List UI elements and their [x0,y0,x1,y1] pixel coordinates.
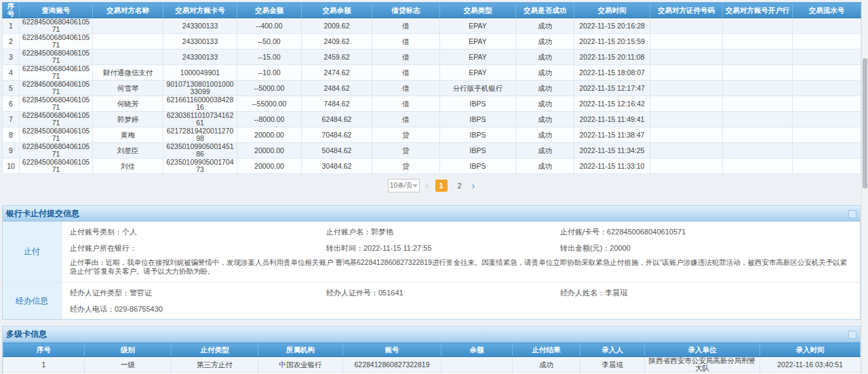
column-header: 录入时间 [760,343,861,357]
collapse-icon[interactable] [848,331,856,339]
cell-time: 2022-11-15 11:33:10 [574,159,650,174]
scrollbar-thumb[interactable] [863,58,867,188]
column-header: 录入单位 [645,343,760,357]
cell-type: IBPS [440,96,516,112]
cell-time: 2022-11-15 11:49:41 [574,112,650,127]
cell-id-number [650,143,723,159]
cell-time: 2022-11-15 12:16:42 [574,96,650,112]
table-row[interactable]: 1 6228450068040610571 243300133 --400.00… [3,18,861,34]
page-button-1[interactable]: 1 [435,180,448,192]
cell-counterparty-card: 243300133 [163,18,237,34]
cell-index: 6 [3,96,20,112]
cell-type: 分行版手机银行 [440,81,516,96]
cell-id-number [650,159,723,174]
cell-query-account: 6228450068040610571 [20,81,93,96]
column-header: 交易对方账号开户行 [723,3,793,18]
cell-institution: 中国农业银行 [258,357,343,373]
table-row[interactable]: 5 6228450068040610571 何雪琴 90107130801001… [3,81,861,96]
table-row[interactable]: 8 6228450068040610571 黄梅 621728194200112… [3,127,861,143]
cell-debit-flag: 借 [372,112,440,127]
cell-counterparty-name [93,18,163,34]
cell-counterparty-card: 243300133 [163,34,237,49]
section-label-handler: 经办信息 [3,283,62,319]
cell-type: EPAY [440,49,516,65]
cell-opening-bank [723,143,793,159]
field-card-number: 止付账/卡号：6228450068040610571 [560,224,854,240]
cell-success: 成功 [516,18,574,34]
cell-counterparty-card: 6230361101073416261 [163,112,237,127]
cell-counterparty-name: 郭梦婷 [93,112,163,127]
cell-index: 10 [3,159,20,174]
table-row[interactable]: 4 6228450068040610571 财付通微信支付 1000049901… [3,65,861,81]
table-row[interactable]: 6 6228450068040610571 何晓芳 62166116000038… [3,96,861,112]
cell-query-account: 6228450068040610571 [20,143,93,159]
cell-query-account: 6228450068040610571 [20,112,93,127]
page-size-select[interactable]: 10条/页 [388,179,420,192]
next-page-button[interactable]: › [472,180,475,192]
cell-time: 2022-11-15 12:17:47 [574,81,650,96]
cell-type: EPAY [440,34,516,49]
column-header: 止付结果 [513,343,580,357]
transactions-header-row: 序号查询账号交易对方名称交易对方账卡号交易金额交易余额借贷标志交易类型交易是否成… [3,3,861,18]
section-label-stop: 止付 [3,222,62,282]
vertical-scrollbar[interactable] [861,0,868,374]
table-row[interactable]: 7 6228450068040610571 郭梦婷 62303611010734… [3,112,861,127]
cell-counterparty-name: 刘佳 [93,159,163,174]
cell-level: 一级 [85,357,172,373]
multi-card-panel: 多级卡信息 序号级别止付类型所属机构账号余额止付结果录入人录入单位录入时间 [2,326,861,374]
page: 序号查询账号交易对方名称交易对方账卡号交易金额交易余额借贷标志交易类型交易是否成… [0,0,868,374]
chevron-down-icon [412,184,418,188]
table-row[interactable]: 10 6228450068040610571 刘佳 62350109905001… [3,159,861,174]
stop-section-content: 止付账号类别：个人 止付账户名：郭梦艳 止付账/卡号：6228450068040… [62,222,860,282]
cell-success: 成功 [516,112,574,127]
cell-opening-bank [723,96,793,112]
main-content: 序号查询账号交易对方名称交易对方账卡号交易金额交易余额借贷标志交易类型交易是否成… [2,2,861,374]
table-row[interactable]: 9 6228450068040610571 刘星臣 62350109905001… [3,143,861,159]
handler-field-row-2: 经办人电话：029-86755430 [70,301,854,317]
cell-index: 5 [3,81,20,96]
cell-balance: 2409.62 [302,34,372,49]
transactions-table: 序号查询账号交易对方名称交易对方账卡号交易金额交易余额借贷标志交易类型交易是否成… [2,2,861,174]
cell-query-account: 6228450068040610571 [20,127,93,143]
cell-debit-flag: 借 [372,65,440,81]
cell-opening-bank [723,81,793,96]
cell-debit-flag: 贷 [372,159,440,174]
cell-amount: --15.00 [237,49,302,65]
cell-stop-type: 第三方止付 [172,357,258,373]
cell-id-number [650,81,723,96]
cell-serial-number [793,96,861,112]
multi-card-header-row: 序号级别止付类型所属机构账号余额止付结果录入人录入单位录入时间 [3,343,861,357]
cell-type: EPAY [440,18,516,34]
cell-serial-number [793,112,861,127]
table-row[interactable]: 1 一级 第三方止付 中国农业银行 6228412860827322819 成功… [3,357,861,373]
stop-payment-panel: 银行卡止付提交信息 止付 止付账号类别：个人 止付账户名：郭梦艳 止付账/卡号：… [2,205,861,320]
cell-counterparty-card: 6216611600003842816 [163,96,237,112]
cell-counterparty-name: 黄梅 [93,127,163,143]
cell-serial-number [793,18,861,34]
cell-id-number [650,18,723,34]
stop-payment-panel-title: 银行卡止付提交信息 [3,206,860,222]
field-transfer-time: 转出时间：2022-11-15 11:27:55 [326,240,560,256]
column-header: 所属机构 [258,343,343,357]
cell-balance: 70484.62 [302,127,372,143]
cell-balance: 62484.62 [302,112,372,127]
column-header: 查询账号 [20,3,93,18]
collapse-icon[interactable] [848,210,856,218]
cell-amount: --5000.00 [237,81,302,96]
column-header: 交易类型 [440,3,516,18]
column-header: 借贷标志 [372,3,440,18]
column-header: 级别 [85,343,172,357]
table-row[interactable]: 2 6228450068040610571 243300133 --50.00 … [3,34,861,49]
handler-section-content: 经办人证件类型：警官证 经办人证件号：051641 经办人姓名：李晨琨 经办人电… [62,283,860,319]
cell-counterparty-card: 6217281942001127098 [163,127,237,143]
cell-debit-flag: 贷 [372,127,440,143]
cell-success: 成功 [516,127,574,143]
page-button-2[interactable]: 2 [454,180,466,192]
prev-page-button[interactable]: ‹ [426,180,429,192]
cell-counterparty-name: 财付通微信支付 [93,65,163,81]
table-row[interactable]: 3 6228450068040610571 243300133 --15.00 … [3,49,861,65]
cell-index: 9 [3,143,20,159]
cell-type: IBPS [440,112,516,127]
cell-time: 2022-11-15 20:11:08 [574,49,650,65]
column-header: 序号 [3,3,20,18]
